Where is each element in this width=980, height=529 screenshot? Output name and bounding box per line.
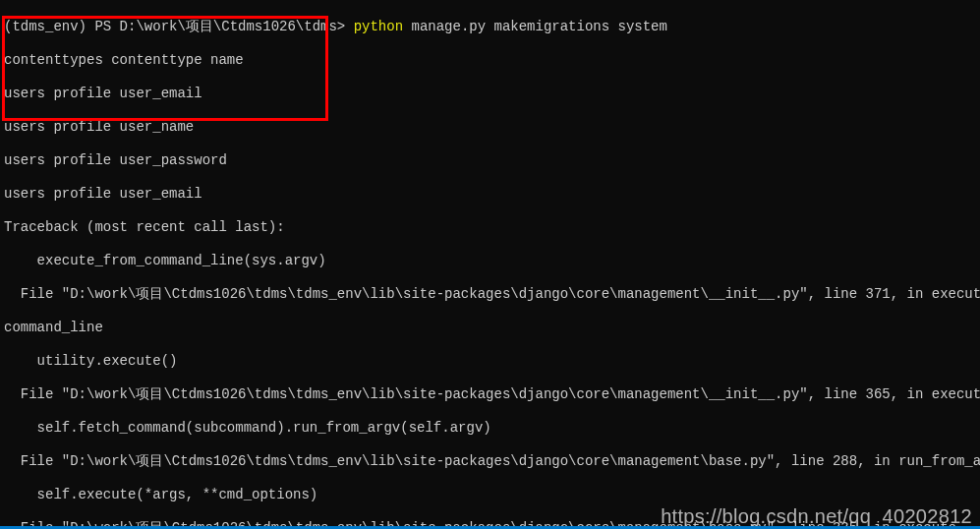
traceback-line: File "D:\work\项目\Ctdms1026\tdms\tdms_env… bbox=[4, 286, 976, 303]
shell-prompt: (tdms_env) PS D:\work\项目\Ctdms1026\tdms> bbox=[4, 19, 354, 34]
traceback-line: command_line bbox=[4, 320, 976, 336]
highlighted-line: users profile user_email bbox=[4, 186, 976, 203]
terminal-output[interactable]: (tdms_env) PS D:\work\项目\Ctdms1026\tdms>… bbox=[0, 0, 980, 529]
watermark: https://blog.csdn.net/qq_40202812 bbox=[661, 508, 972, 525]
traceback-line: self.fetch_command(subcommand).run_from_… bbox=[4, 420, 976, 437]
cmd-python: python bbox=[354, 19, 403, 34]
highlighted-line: users profile user_name bbox=[4, 119, 976, 136]
traceback-line: execute_from_command_line(sys.argv) bbox=[4, 253, 976, 269]
cmd-args: manage.py makemigrations system bbox=[403, 19, 667, 34]
traceback-line: self.execute(*args, **cmd_options) bbox=[4, 487, 976, 503]
traceback-line: File "D:\work\项目\Ctdms1026\tdms\tdms_env… bbox=[4, 453, 976, 470]
highlighted-line: Traceback (most recent call last): bbox=[4, 219, 976, 236]
highlighted-line: users profile user_email bbox=[4, 86, 976, 102]
highlighted-line: users profile user_password bbox=[4, 152, 976, 169]
traceback-line: utility.execute() bbox=[4, 353, 976, 370]
traceback-line: File "D:\work\项目\Ctdms1026\tdms\tdms_env… bbox=[4, 386, 976, 403]
highlighted-line: contenttypes contenttype name bbox=[4, 52, 976, 69]
prompt-line: (tdms_env) PS D:\work\项目\Ctdms1026\tdms>… bbox=[4, 19, 976, 35]
